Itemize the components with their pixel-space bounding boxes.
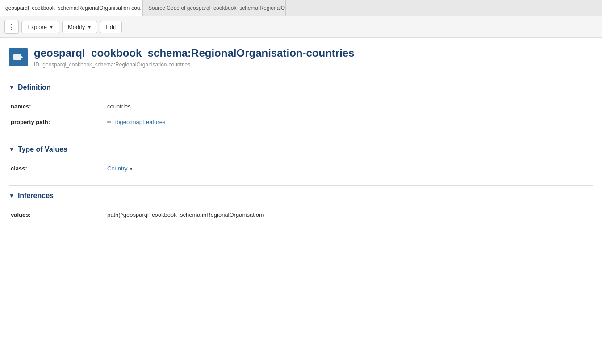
- property-path-value: ✏ tbgeo:mapFeatures: [107, 119, 593, 125]
- class-link[interactable]: Country: [107, 165, 128, 172]
- id-value: geosparql_cookbook_schema:RegionalOrgani…: [42, 62, 190, 68]
- type-of-values-section: ▼ Type of Values class: Country ▾: [9, 139, 593, 185]
- dots-icon: ⋮: [8, 22, 16, 32]
- modify-label: Modify: [68, 24, 85, 30]
- tab-inactive[interactable]: Source Code of geosparql_cookbook_schema…: [143, 0, 286, 16]
- id-prefix: ID: [34, 62, 39, 68]
- tab-active[interactable]: geosparql_cookbook_schema:RegionalOrgani…: [0, 0, 143, 16]
- class-row: class: Country ▾: [9, 161, 593, 176]
- tab-bar: geosparql_cookbook_schema:RegionalOrgani…: [0, 0, 602, 16]
- explore-button[interactable]: Explore ▼: [21, 21, 59, 33]
- inferences-properties: values: path(^geosparql_cookbook_schema:…: [9, 204, 593, 232]
- edit-label: Edit: [106, 24, 116, 30]
- property-path-row: property path: ✏ tbgeo:mapFeatures: [9, 114, 593, 130]
- edit-button[interactable]: Edit: [100, 21, 121, 33]
- svg-marker-1: [21, 56, 23, 58]
- definition-section: ▼ Definition names: countries property p…: [9, 77, 593, 139]
- class-dropdown-icon[interactable]: ▾: [130, 166, 133, 171]
- class-label: class:: [9, 165, 107, 172]
- modify-arrow-icon: ▼: [87, 25, 92, 29]
- definition-section-title: Definition: [18, 83, 51, 91]
- entity-id: ID geosparql_cookbook_schema:RegionalOrg…: [34, 62, 355, 68]
- names-label: names:: [9, 103, 107, 110]
- definition-section-header[interactable]: ▼ Definition: [9, 77, 593, 96]
- inferences-section: ▼ Inferences values: path(^geosparql_coo…: [9, 185, 593, 232]
- explore-label: Explore: [27, 24, 47, 30]
- explore-arrow-icon: ▼: [49, 25, 54, 29]
- main-content: geosparql_cookbook_schema:RegionalOrgani…: [0, 38, 602, 240]
- more-options-button[interactable]: ⋮: [4, 20, 19, 34]
- inferences-title: Inferences: [18, 192, 54, 200]
- property-path-link[interactable]: tbgeo:mapFeatures: [115, 119, 166, 125]
- toolbar: ⋮ Explore ▼ Modify ▼ Edit: [0, 16, 602, 38]
- names-value: countries: [107, 103, 593, 110]
- tab-active-label: geosparql_cookbook_schema:RegionalOrgani…: [5, 5, 143, 11]
- names-row: names: countries: [9, 99, 593, 114]
- edit-pencil-icon: ✏: [107, 119, 112, 125]
- type-of-values-title: Type of Values: [18, 145, 67, 153]
- entity-title-block: geosparql_cookbook_schema:RegionalOrgani…: [34, 47, 355, 68]
- type-of-values-properties: class: Country ▾: [9, 158, 593, 185]
- inferences-chevron-icon: ▼: [9, 193, 14, 199]
- definition-properties: names: countries property path: ✏ tbgeo:…: [9, 96, 593, 139]
- entity-title: geosparql_cookbook_schema:RegionalOrgani…: [34, 47, 355, 60]
- svg-rect-0: [13, 54, 21, 60]
- type-of-values-chevron-icon: ▼: [9, 146, 14, 153]
- entity-icon: [9, 48, 28, 66]
- entity-header: geosparql_cookbook_schema:RegionalOrgani…: [9, 47, 593, 68]
- inferences-header[interactable]: ▼ Inferences: [9, 186, 593, 204]
- values-label: values:: [9, 211, 107, 218]
- definition-chevron-icon: ▼: [9, 84, 14, 91]
- modify-button[interactable]: Modify ▼: [62, 21, 97, 33]
- type-of-values-header[interactable]: ▼ Type of Values: [9, 139, 593, 158]
- values-row: values: path(^geosparql_cookbook_schema:…: [9, 207, 593, 223]
- values-value: path(^geosparql_cookbook_schema:inRegion…: [107, 211, 593, 218]
- tab-inactive-label: Source Code of geosparql_cookbook_schema…: [148, 5, 286, 11]
- property-path-label: property path:: [9, 119, 107, 125]
- class-value: Country ▾: [107, 165, 593, 172]
